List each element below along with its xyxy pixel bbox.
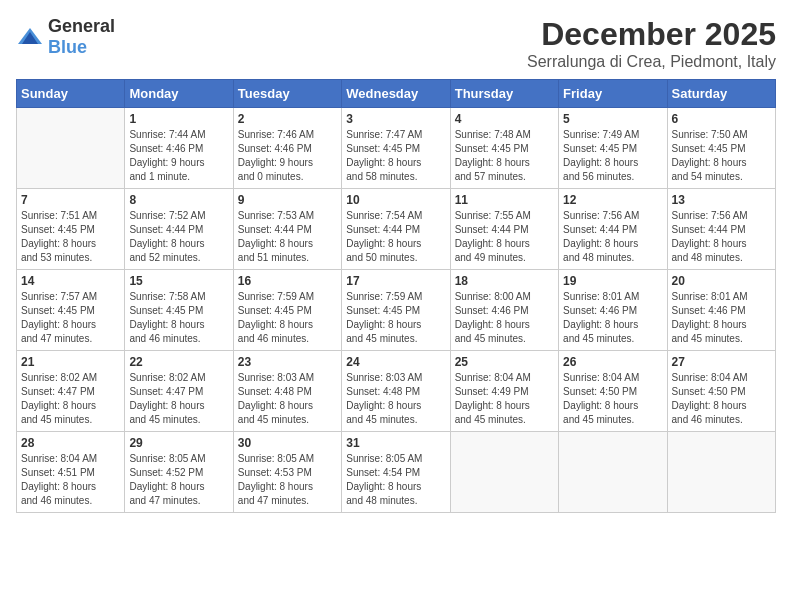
day-info: Sunrise: 7:48 AM Sunset: 4:45 PM Dayligh… xyxy=(455,128,554,184)
day-cell: 5Sunrise: 7:49 AM Sunset: 4:45 PM Daylig… xyxy=(559,108,667,189)
day-cell: 19Sunrise: 8:01 AM Sunset: 4:46 PM Dayli… xyxy=(559,270,667,351)
day-cell: 26Sunrise: 8:04 AM Sunset: 4:50 PM Dayli… xyxy=(559,351,667,432)
day-info: Sunrise: 8:02 AM Sunset: 4:47 PM Dayligh… xyxy=(21,371,120,427)
day-cell: 14Sunrise: 7:57 AM Sunset: 4:45 PM Dayli… xyxy=(17,270,125,351)
day-number: 8 xyxy=(129,193,228,207)
day-info: Sunrise: 8:00 AM Sunset: 4:46 PM Dayligh… xyxy=(455,290,554,346)
day-cell xyxy=(667,432,775,513)
day-info: Sunrise: 8:03 AM Sunset: 4:48 PM Dayligh… xyxy=(238,371,337,427)
logo-general: General xyxy=(48,16,115,36)
logo-icon xyxy=(16,26,44,48)
day-info: Sunrise: 8:04 AM Sunset: 4:50 PM Dayligh… xyxy=(563,371,662,427)
day-info: Sunrise: 7:46 AM Sunset: 4:46 PM Dayligh… xyxy=(238,128,337,184)
day-info: Sunrise: 8:04 AM Sunset: 4:50 PM Dayligh… xyxy=(672,371,771,427)
day-number: 23 xyxy=(238,355,337,369)
day-number: 20 xyxy=(672,274,771,288)
day-info: Sunrise: 7:59 AM Sunset: 4:45 PM Dayligh… xyxy=(238,290,337,346)
day-number: 1 xyxy=(129,112,228,126)
week-row-3: 14Sunrise: 7:57 AM Sunset: 4:45 PM Dayli… xyxy=(17,270,776,351)
day-info: Sunrise: 8:03 AM Sunset: 4:48 PM Dayligh… xyxy=(346,371,445,427)
day-cell: 22Sunrise: 8:02 AM Sunset: 4:47 PM Dayli… xyxy=(125,351,233,432)
day-info: Sunrise: 8:05 AM Sunset: 4:54 PM Dayligh… xyxy=(346,452,445,508)
day-number: 4 xyxy=(455,112,554,126)
day-cell: 17Sunrise: 7:59 AM Sunset: 4:45 PM Dayli… xyxy=(342,270,450,351)
day-number: 30 xyxy=(238,436,337,450)
day-info: Sunrise: 7:57 AM Sunset: 4:45 PM Dayligh… xyxy=(21,290,120,346)
day-cell xyxy=(450,432,558,513)
day-cell: 15Sunrise: 7:58 AM Sunset: 4:45 PM Dayli… xyxy=(125,270,233,351)
logo-blue: Blue xyxy=(48,37,87,57)
weekday-header-thursday: Thursday xyxy=(450,80,558,108)
weekday-header-monday: Monday xyxy=(125,80,233,108)
title-block: December 2025 Serralunga di Crea, Piedmo… xyxy=(527,16,776,71)
day-number: 31 xyxy=(346,436,445,450)
day-number: 10 xyxy=(346,193,445,207)
day-cell xyxy=(559,432,667,513)
day-number: 28 xyxy=(21,436,120,450)
page-header: General Blue December 2025 Serralunga di… xyxy=(16,16,776,71)
day-info: Sunrise: 7:50 AM Sunset: 4:45 PM Dayligh… xyxy=(672,128,771,184)
weekday-header-row: SundayMondayTuesdayWednesdayThursdayFrid… xyxy=(17,80,776,108)
day-number: 24 xyxy=(346,355,445,369)
day-number: 11 xyxy=(455,193,554,207)
day-cell: 18Sunrise: 8:00 AM Sunset: 4:46 PM Dayli… xyxy=(450,270,558,351)
day-number: 12 xyxy=(563,193,662,207)
day-info: Sunrise: 8:01 AM Sunset: 4:46 PM Dayligh… xyxy=(563,290,662,346)
day-info: Sunrise: 8:04 AM Sunset: 4:49 PM Dayligh… xyxy=(455,371,554,427)
day-info: Sunrise: 8:05 AM Sunset: 4:52 PM Dayligh… xyxy=(129,452,228,508)
day-cell: 4Sunrise: 7:48 AM Sunset: 4:45 PM Daylig… xyxy=(450,108,558,189)
location-title: Serralunga di Crea, Piedmont, Italy xyxy=(527,53,776,71)
day-number: 21 xyxy=(21,355,120,369)
day-cell: 2Sunrise: 7:46 AM Sunset: 4:46 PM Daylig… xyxy=(233,108,341,189)
day-info: Sunrise: 7:58 AM Sunset: 4:45 PM Dayligh… xyxy=(129,290,228,346)
day-number: 18 xyxy=(455,274,554,288)
calendar-table: SundayMondayTuesdayWednesdayThursdayFrid… xyxy=(16,79,776,513)
day-cell: 1Sunrise: 7:44 AM Sunset: 4:46 PM Daylig… xyxy=(125,108,233,189)
day-cell: 30Sunrise: 8:05 AM Sunset: 4:53 PM Dayli… xyxy=(233,432,341,513)
day-cell: 9Sunrise: 7:53 AM Sunset: 4:44 PM Daylig… xyxy=(233,189,341,270)
day-number: 19 xyxy=(563,274,662,288)
day-number: 13 xyxy=(672,193,771,207)
week-row-1: 1Sunrise: 7:44 AM Sunset: 4:46 PM Daylig… xyxy=(17,108,776,189)
day-number: 17 xyxy=(346,274,445,288)
day-info: Sunrise: 7:51 AM Sunset: 4:45 PM Dayligh… xyxy=(21,209,120,265)
day-cell: 10Sunrise: 7:54 AM Sunset: 4:44 PM Dayli… xyxy=(342,189,450,270)
day-cell: 21Sunrise: 8:02 AM Sunset: 4:47 PM Dayli… xyxy=(17,351,125,432)
weekday-header-tuesday: Tuesday xyxy=(233,80,341,108)
day-number: 16 xyxy=(238,274,337,288)
day-number: 2 xyxy=(238,112,337,126)
day-cell: 25Sunrise: 8:04 AM Sunset: 4:49 PM Dayli… xyxy=(450,351,558,432)
day-number: 25 xyxy=(455,355,554,369)
day-info: Sunrise: 7:49 AM Sunset: 4:45 PM Dayligh… xyxy=(563,128,662,184)
week-row-5: 28Sunrise: 8:04 AM Sunset: 4:51 PM Dayli… xyxy=(17,432,776,513)
day-info: Sunrise: 7:59 AM Sunset: 4:45 PM Dayligh… xyxy=(346,290,445,346)
day-number: 9 xyxy=(238,193,337,207)
week-row-4: 21Sunrise: 8:02 AM Sunset: 4:47 PM Dayli… xyxy=(17,351,776,432)
logo: General Blue xyxy=(16,16,115,58)
day-info: Sunrise: 7:53 AM Sunset: 4:44 PM Dayligh… xyxy=(238,209,337,265)
day-cell: 23Sunrise: 8:03 AM Sunset: 4:48 PM Dayli… xyxy=(233,351,341,432)
day-cell: 31Sunrise: 8:05 AM Sunset: 4:54 PM Dayli… xyxy=(342,432,450,513)
day-number: 6 xyxy=(672,112,771,126)
day-number: 26 xyxy=(563,355,662,369)
day-cell: 27Sunrise: 8:04 AM Sunset: 4:50 PM Dayli… xyxy=(667,351,775,432)
day-info: Sunrise: 8:01 AM Sunset: 4:46 PM Dayligh… xyxy=(672,290,771,346)
day-cell: 12Sunrise: 7:56 AM Sunset: 4:44 PM Dayli… xyxy=(559,189,667,270)
day-info: Sunrise: 7:44 AM Sunset: 4:46 PM Dayligh… xyxy=(129,128,228,184)
day-info: Sunrise: 7:55 AM Sunset: 4:44 PM Dayligh… xyxy=(455,209,554,265)
day-cell xyxy=(17,108,125,189)
day-info: Sunrise: 8:02 AM Sunset: 4:47 PM Dayligh… xyxy=(129,371,228,427)
weekday-header-wednesday: Wednesday xyxy=(342,80,450,108)
day-number: 27 xyxy=(672,355,771,369)
day-number: 29 xyxy=(129,436,228,450)
day-cell: 16Sunrise: 7:59 AM Sunset: 4:45 PM Dayli… xyxy=(233,270,341,351)
day-cell: 28Sunrise: 8:04 AM Sunset: 4:51 PM Dayli… xyxy=(17,432,125,513)
day-number: 15 xyxy=(129,274,228,288)
day-number: 14 xyxy=(21,274,120,288)
day-info: Sunrise: 8:04 AM Sunset: 4:51 PM Dayligh… xyxy=(21,452,120,508)
weekday-header-sunday: Sunday xyxy=(17,80,125,108)
day-cell: 13Sunrise: 7:56 AM Sunset: 4:44 PM Dayli… xyxy=(667,189,775,270)
day-cell: 8Sunrise: 7:52 AM Sunset: 4:44 PM Daylig… xyxy=(125,189,233,270)
day-cell: 3Sunrise: 7:47 AM Sunset: 4:45 PM Daylig… xyxy=(342,108,450,189)
day-cell: 7Sunrise: 7:51 AM Sunset: 4:45 PM Daylig… xyxy=(17,189,125,270)
